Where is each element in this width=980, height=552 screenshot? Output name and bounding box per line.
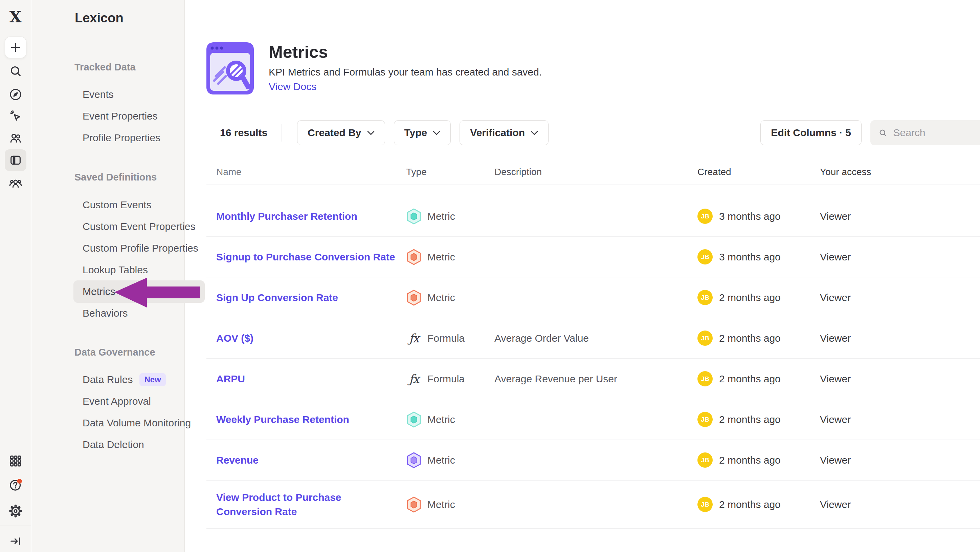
mixpanel-logo[interactable]: X: [5, 8, 26, 26]
filter-type[interactable]: Type: [394, 120, 451, 145]
avatar: JB: [697, 330, 713, 346]
created-ago: 2 months ago: [719, 373, 781, 385]
sidebar-item-event-approval[interactable]: Event Approval: [73, 390, 205, 412]
rail-events-button[interactable]: [5, 105, 26, 127]
rail-help-button[interactable]: [5, 474, 26, 496]
scrolled-row-sliver: [207, 185, 980, 196]
page-title: Metrics: [269, 42, 542, 62]
metric-hexagon-icon: [406, 249, 422, 265]
page-header: Metrics KPI Metrics and Formulas your te…: [207, 42, 542, 94]
users-icon: [9, 131, 22, 145]
type-label: Metric: [427, 455, 455, 466]
lexicon-book-icon: [9, 153, 22, 167]
section-saved-definitions: Saved Definitions: [75, 167, 157, 187]
metric-hexagon-icon: [406, 411, 422, 428]
access-level: Viewer: [820, 333, 980, 344]
col-description: Description: [495, 167, 697, 177]
page-subtitle: KPI Metrics and Formulas your team has c…: [269, 65, 542, 80]
sidebar-item-custom-event-properties[interactable]: Custom Event Properties: [73, 215, 205, 238]
access-level: Viewer: [820, 499, 980, 511]
rail-users-button[interactable]: [5, 127, 26, 149]
icon-rail: X: [0, 0, 31, 552]
sidebar-item-events[interactable]: Events: [73, 83, 205, 106]
metric-name-link[interactable]: Sign Up Conversion Rate: [216, 292, 338, 303]
cursor-click-icon: [9, 109, 22, 123]
sidebar-item-metrics[interactable]: Metrics: [73, 281, 205, 303]
search-input[interactable]: [893, 127, 976, 139]
type-label: Metric: [427, 292, 455, 303]
search-icon: [9, 64, 22, 78]
metric-name-link[interactable]: ARPU: [216, 373, 245, 384]
apps-grid-icon: [9, 454, 22, 467]
created-ago: 3 months ago: [719, 211, 781, 222]
results-count: 16 results: [220, 127, 267, 139]
rail-search-button[interactable]: [5, 60, 26, 82]
sidebar-item-data-deletion[interactable]: Data Deletion: [73, 434, 205, 456]
metric-name-link[interactable]: Weekly Purchase Retention: [216, 414, 349, 425]
settings-gear-icon: [9, 504, 22, 518]
create-button[interactable]: [5, 37, 26, 58]
created-ago: 2 months ago: [719, 499, 781, 511]
rail-lexicon-button[interactable]: [5, 149, 26, 171]
sidebar-item-behaviors[interactable]: Behaviors: [73, 302, 205, 324]
description: Average Revenue per User: [495, 373, 697, 385]
access-level: Viewer: [820, 292, 980, 303]
sidebar-item-data-rules[interactable]: Data Rules New: [73, 369, 205, 391]
sidebar-item-profile-properties[interactable]: Profile Properties: [73, 127, 205, 149]
avatar: JB: [697, 412, 713, 427]
chevron-down-icon: [433, 131, 440, 135]
col-type: Type: [406, 167, 495, 177]
table-header: Name Type Description Created Your acces…: [207, 159, 980, 185]
sidebar-item-custom-events[interactable]: Custom Events: [73, 194, 205, 216]
metrics-table: Name Type Description Created Your acces…: [207, 159, 980, 529]
col-name: Name: [207, 167, 406, 177]
mixpanel-logo-glyph: X: [10, 9, 22, 25]
metric-name-link[interactable]: Revenue: [216, 455, 259, 466]
avatar: JB: [697, 371, 713, 386]
sidebar-item-lookup-tables[interactable]: Lookup Tables: [73, 259, 205, 281]
rail-cohorts-button[interactable]: [5, 172, 26, 194]
metric-hexagon-icon: [406, 208, 422, 225]
access-level: Viewer: [820, 211, 980, 222]
access-level: Viewer: [820, 414, 980, 425]
metric-name-link[interactable]: AOV ($): [216, 333, 253, 344]
section-tracked-data: Tracked Data: [75, 57, 136, 77]
sidebar-item-event-properties[interactable]: Event Properties: [73, 105, 205, 127]
rail-discover-button[interactable]: [5, 84, 26, 105]
help-question-icon: [9, 478, 22, 492]
search-box[interactable]: [870, 120, 980, 145]
type-label: Metric: [427, 414, 455, 425]
created-ago: 2 months ago: [719, 333, 781, 344]
type-label: Metric: [427, 251, 455, 263]
page-header-text: Metrics KPI Metrics and Formulas your te…: [269, 42, 542, 94]
metric-name-link[interactable]: Signup to Purchase Conversion Rate: [216, 251, 395, 262]
created-ago: 2 months ago: [719, 292, 781, 303]
type-label: Metric: [427, 499, 455, 511]
rail-apps-button[interactable]: [5, 450, 26, 472]
avatar: JB: [697, 249, 713, 265]
description: Average Order Value: [495, 333, 697, 344]
avatar: JB: [697, 290, 713, 305]
access-level: Viewer: [820, 455, 980, 466]
view-docs-link[interactable]: View Docs: [269, 80, 542, 94]
table-row: View Product to Purchase Conversion Rate…: [207, 480, 980, 529]
rail-settings-button[interactable]: [5, 500, 26, 522]
chevron-down-icon: [531, 131, 538, 135]
metric-name-link[interactable]: Monthly Purchaser Retention: [216, 211, 357, 222]
collapse-panel-button[interactable]: [5, 530, 26, 552]
group-icon: [9, 176, 22, 190]
formula-fx-icon: ƒx: [406, 370, 422, 388]
table-row: Signup to Purchase Conversion Rate Metri…: [207, 237, 980, 278]
metrics-hero-icon: [207, 42, 254, 94]
sidebar-item-data-volume-monitoring[interactable]: Data Volume Monitoring: [73, 412, 205, 434]
table-row: Weekly Purchase Retention Metric JB2 mon…: [207, 399, 980, 440]
edit-columns-button[interactable]: Edit Columns · 5: [760, 120, 862, 145]
filter-verification[interactable]: Verification: [460, 120, 549, 145]
filter-created-by[interactable]: Created By: [297, 120, 385, 145]
sidebar-title: Lexicon: [75, 11, 124, 26]
access-level: Viewer: [820, 373, 980, 385]
sidebar-item-custom-profile-properties[interactable]: Custom Profile Properties: [73, 237, 205, 259]
metric-name-link[interactable]: View Product to Purchase Conversion Rate: [216, 492, 342, 517]
chevron-down-icon: [367, 131, 375, 135]
table-row: AOV ($) ƒxFormula Average Order Value JB…: [207, 318, 980, 359]
